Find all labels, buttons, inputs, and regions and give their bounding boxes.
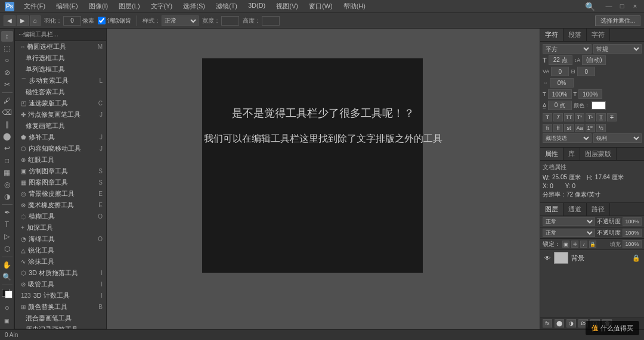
vscale-input[interactable] [548, 89, 572, 99]
tool-3d-count[interactable]: 123 3D 计数工具 I [15, 290, 106, 301]
add-mask-button[interactable]: ⬤ [555, 319, 564, 327]
width-input[interactable] [221, 16, 239, 26]
tool-quick-mask2[interactable]: ◰ 速选蒙版工具 C [15, 98, 106, 109]
hand-tool[interactable]: ✋ [1, 260, 13, 270]
tool-eyedropper2[interactable]: ⊘ 吸管工具 I [15, 279, 106, 290]
crop-tool[interactable]: ✂ [1, 79, 13, 90]
tool-single-col[interactable]: 单列选框工具 [15, 64, 106, 75]
menu-view[interactable]: 视图(V) [274, 1, 301, 12]
quick-select-tool[interactable]: ⊘ [1, 67, 13, 77]
st-btn[interactable]: st [564, 124, 574, 132]
opacity-input[interactable] [623, 217, 642, 226]
tool-bg-eraser[interactable]: ◎ 背景橡皮擦工具 E [15, 188, 106, 199]
tab-character2[interactable]: 字符 [587, 29, 610, 41]
tracking-input[interactable] [577, 67, 595, 76]
anti-alias-checkbox[interactable] [98, 17, 106, 24]
frac-btn[interactable]: 1ˢᵗ [586, 124, 595, 132]
tool-pattern-stamp[interactable]: ▦ 图案图章工具 S [15, 177, 106, 188]
minimize-button[interactable]: — [605, 2, 613, 10]
tab-channels[interactable]: 通道 [564, 203, 587, 216]
blur-tool[interactable]: ◎ [1, 179, 13, 190]
fill-pct-input[interactable] [623, 240, 642, 248]
pen-tool[interactable]: ✒ [1, 207, 13, 218]
tool-color-replace[interactable]: ⊞ 颜色替换工具 B [15, 301, 106, 313]
t-underline-btn[interactable]: T [596, 113, 606, 121]
leading-input[interactable] [582, 55, 606, 65]
tool-blur2[interactable]: ◌ 模糊工具 O [15, 211, 106, 222]
selection-tool[interactable]: ⬚ [1, 43, 13, 54]
tab-layer-mask[interactable]: 图层蒙版 [580, 148, 617, 160]
menu-text[interactable]: 文字(Y) [148, 1, 175, 12]
ts-btn[interactable]: Tˢ [575, 113, 584, 121]
tool-elliptical[interactable]: ○ 椭圆选框工具 M [15, 41, 106, 52]
tool-lasso[interactable]: ⌒ 步动套索工具 L [15, 75, 106, 86]
menu-select[interactable]: 选择(S) [181, 1, 208, 12]
baseline-input[interactable] [548, 101, 572, 110]
frac2-btn[interactable]: ½ [596, 124, 606, 132]
tool-sharpen[interactable]: △ 锐化工具 [15, 245, 106, 256]
history-tool[interactable]: ↩ [1, 143, 13, 154]
t-strike-btn[interactable]: T [607, 113, 617, 121]
tab-properties[interactable]: 属性 [540, 148, 564, 160]
menu-edit[interactable]: 编辑(E) [54, 1, 80, 12]
eraser-tool[interactable]: □ [1, 155, 13, 166]
quick-mask-icon[interactable]: ⊙ [1, 302, 13, 314]
font-family-select[interactable]: 平方 [543, 44, 592, 54]
forward-button[interactable]: ▶ [17, 15, 29, 26]
maximize-button[interactable]: □ [618, 2, 626, 10]
lock-move-icon[interactable]: ✛ [571, 241, 578, 248]
background-color[interactable] [5, 291, 13, 298]
menu-layer[interactable]: 图层(L) [116, 1, 142, 12]
tool-patch[interactable]: ⬟ 修补工具 J [15, 132, 106, 143]
tool-red-eye[interactable]: ⊕ 红眼工具 [15, 154, 106, 166]
tool-3d-material[interactable]: ⬡ 3D 材质拖落工具 I [15, 267, 106, 279]
layer-item-bg[interactable]: 👁 背景 🔒 [540, 250, 644, 266]
close-button[interactable]: × [631, 2, 639, 10]
language-select[interactable]: 藏语英语 [543, 133, 592, 143]
fi-btn[interactable]: fi [543, 124, 552, 132]
ffl-btn[interactable]: ff [553, 124, 563, 132]
tool-mixer-brush[interactable]: 混合器画笔工具 [15, 313, 106, 324]
font-size-input[interactable] [549, 55, 572, 65]
tool-history-brush[interactable]: 历史记录画笔工具 [15, 324, 106, 329]
heal-tool[interactable]: ⌫ [1, 107, 13, 118]
tool-single-row[interactable]: 单行选框工具 [15, 52, 106, 64]
char-color-swatch[interactable] [592, 101, 606, 110]
tab-paths[interactable]: 路径 [587, 203, 610, 216]
stamp-tool[interactable]: ⬤ [1, 131, 13, 142]
tool-magnetic-lasso[interactable]: 磁性套索工具 [15, 86, 106, 98]
brush-tool[interactable]: ∥ [1, 119, 13, 130]
screen-mode-icon[interactable]: ▣ [1, 315, 13, 327]
tool-content-aware[interactable]: ⬠ 内容知晓移动工具 J [15, 143, 106, 154]
menu-file[interactable]: 文件(F) [21, 1, 48, 12]
tool-spot-heal[interactable]: ✤ 污点修复画笔工具 J [15, 109, 106, 120]
move-tool[interactable]: ↕ [1, 31, 13, 42]
layer-visibility-icon[interactable]: 👁 [544, 254, 551, 261]
vscale2-input[interactable] [578, 89, 602, 99]
blend-mode-select[interactable]: 正常 不透明度 溶解 [543, 217, 595, 226]
shape-tool[interactable]: ⬡ [1, 243, 13, 254]
lasso-tool[interactable]: ○ [1, 55, 13, 65]
tab-layers[interactable]: 图层 [540, 203, 564, 216]
height-input[interactable] [262, 16, 280, 26]
kerning-input[interactable] [551, 67, 569, 76]
tab-library[interactable]: 库 [564, 148, 580, 160]
menu-image[interactable]: 图像(I) [86, 1, 110, 12]
tool-sponge[interactable]: ◔ 海绵工具 O [15, 233, 106, 245]
italic-btn[interactable]: T [553, 113, 563, 121]
fill-mode-select[interactable]: 正常 [543, 229, 595, 237]
search-icon[interactable]: 🔍 [585, 2, 595, 11]
fill-opacity-input[interactable] [623, 229, 642, 237]
antialias-select[interactable]: 锐利 犀利 浑厚 平滑 [593, 133, 642, 143]
eyedropper-tool[interactable]: 🖋 [1, 95, 13, 106]
tab-character[interactable]: 字符 [540, 29, 564, 41]
text-tool[interactable]: T [1, 219, 13, 230]
tool-clone-stamp[interactable]: ▣ 仿制图章工具 S [15, 166, 106, 177]
home-button[interactable]: ⌂ [30, 15, 41, 26]
back-button[interactable]: ◀ [4, 15, 16, 26]
aa-btn[interactable]: Aa [575, 124, 584, 132]
tool-add[interactable]: + 加深工具 [15, 222, 106, 233]
font-style-select[interactable]: 常规 粗体 斜体 [593, 44, 642, 54]
tool-smudge[interactable]: ∿ 涂抹工具 [15, 256, 106, 267]
dodge-tool[interactable]: ◑ [1, 191, 13, 202]
